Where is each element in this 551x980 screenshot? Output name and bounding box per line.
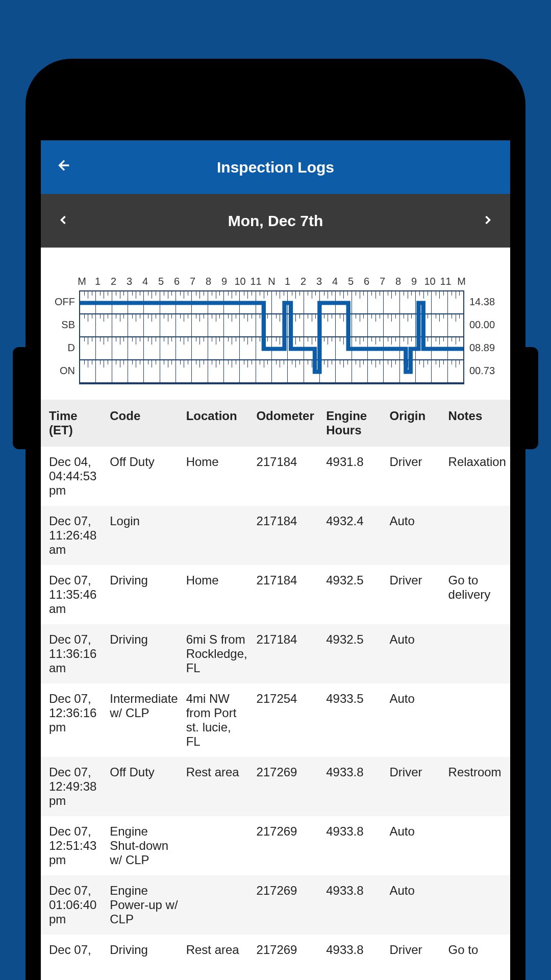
- header-origin: Origin: [385, 400, 444, 447]
- back-button[interactable]: [56, 157, 72, 178]
- log-table-header: Time (ET) Code Location Odometer Engine …: [41, 400, 510, 447]
- table-row[interactable]: Dec 07,DrivingRest area2172694933.8Drive…: [41, 935, 510, 965]
- app-screen: Inspection Logs Mon, Dec 7th M1234567891…: [41, 140, 510, 980]
- page-title: Inspection Logs: [217, 159, 334, 176]
- header-time: Time (ET): [41, 400, 106, 447]
- header-code: Code: [106, 400, 182, 447]
- table-row[interactable]: Dec 07, 11:35:46 amDrivingHome2171844932…: [41, 565, 510, 624]
- table-row[interactable]: Dec 07, 12:51:43 pmEngine Shut-down w/ C…: [41, 816, 510, 875]
- current-date-label: Mon, Dec 7th: [228, 212, 323, 230]
- phone-frame-edge: [525, 347, 538, 449]
- phone-frame: Inspection Logs Mon, Dec 7th M1234567891…: [26, 59, 525, 980]
- header-odometer: Odometer: [252, 400, 322, 447]
- log-table: Time (ET) Code Location Odometer Engine …: [41, 400, 510, 965]
- chart-hour-labels: M1234567891011N1234567891011M: [51, 276, 500, 287]
- next-day-button[interactable]: [481, 210, 495, 232]
- table-row[interactable]: Dec 07, 11:36:16 amDriving6mi S from Roc…: [41, 624, 510, 683]
- chart-grid: [79, 290, 464, 384]
- chart-total-labels: 14.3800.0008.8900.73: [464, 290, 500, 384]
- chart-status-labels: OFFSBDON: [51, 290, 79, 384]
- header-notes: Notes: [444, 400, 510, 447]
- table-row[interactable]: Dec 07, 12:36:16 pmIntermediate w/ CLP4m…: [41, 683, 510, 757]
- hos-chart: M1234567891011N1234567891011M OFFSBDON 1…: [41, 248, 510, 400]
- header-engine: Engine Hours: [322, 400, 385, 447]
- table-row[interactable]: Dec 07, 01:06:40 pmEngine Power-up w/ CL…: [41, 875, 510, 935]
- prev-day-button[interactable]: [56, 210, 70, 232]
- date-navigation: Mon, Dec 7th: [41, 194, 510, 248]
- table-row[interactable]: Dec 07, 11:26:48 amLogin2171844932.4Auto: [41, 506, 510, 565]
- app-header: Inspection Logs: [41, 140, 510, 194]
- phone-frame-edge: [13, 347, 26, 449]
- table-row[interactable]: Dec 04, 04:44:53 pmOff DutyHome217184493…: [41, 447, 510, 506]
- header-location: Location: [182, 400, 253, 447]
- table-row[interactable]: Dec 07, 12:49:38 pmOff DutyRest area2172…: [41, 757, 510, 816]
- log-table-body[interactable]: Dec 04, 04:44:53 pmOff DutyHome217184493…: [41, 447, 510, 965]
